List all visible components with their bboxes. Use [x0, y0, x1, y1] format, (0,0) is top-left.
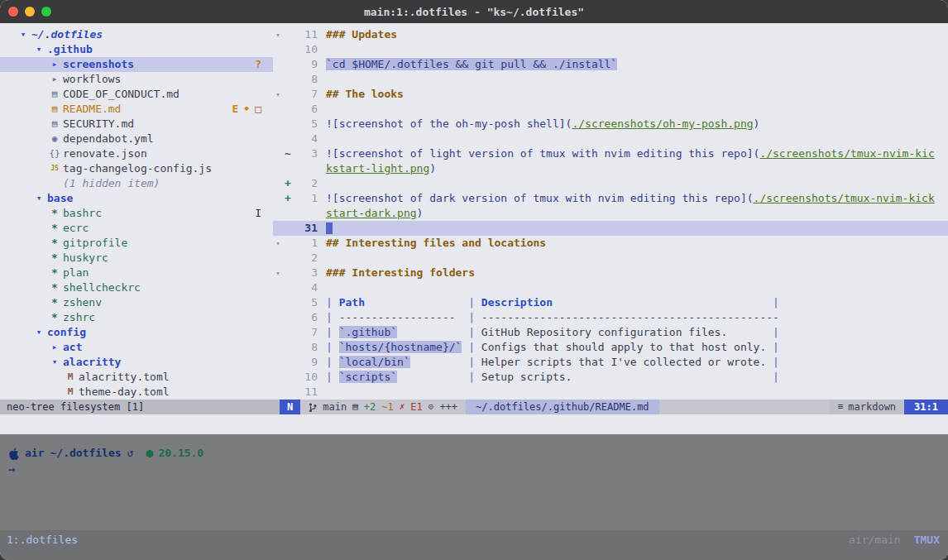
editor-line[interactable]: 9| `local/bin` | Helper scripts that I'v…	[273, 355, 948, 370]
tree-item-gitprofile[interactable]: *gitprofile	[0, 236, 273, 251]
minimize-button[interactable]	[25, 7, 35, 17]
tree-item-shellcheckrc[interactable]: *shellcheckrc	[0, 280, 273, 295]
tree-item-label: act	[63, 340, 82, 355]
line-text: | `scripts` | Setup scripts. |	[318, 370, 779, 385]
editor-line[interactable]: 2	[273, 251, 948, 266]
tree-item-renovate-json[interactable]: {}renovate.json	[0, 146, 273, 161]
tree-item-dependabot-yml[interactable]: ◉dependabot.yml	[0, 132, 273, 146]
window-title: main:1:.dotfiles - "ks~/.dotfiles"	[364, 6, 584, 18]
line-text	[318, 251, 326, 266]
line-segment-code: `scripts`	[339, 371, 397, 383]
badge-diagnostic-error: E	[232, 102, 239, 117]
line-number: 8	[293, 340, 318, 355]
editor-line[interactable]: ▾3### Interesting folders	[273, 266, 948, 280]
line-segment-pipe: |	[468, 296, 481, 309]
editor-line[interactable]: 11	[273, 385, 948, 400]
tree-item-huskyrc[interactable]: *huskyrc	[0, 251, 273, 266]
editor-line[interactable]: 8| `hosts/{hostname}/` | Configs that sh…	[273, 340, 948, 355]
fold-column	[273, 325, 283, 340]
editor-line[interactable]: 5![screenshot of the oh-my-posh shell](.…	[273, 117, 948, 132]
editor-line[interactable]: 10	[273, 42, 948, 57]
fold-column	[273, 161, 283, 176]
editor-line[interactable]: 7| `.github` | GitHub Repository configu…	[273, 325, 948, 340]
line-segment-code: `local/bin`	[339, 356, 410, 368]
braces-icon: {}	[48, 146, 61, 161]
tree-item-tag-changelog-config-js[interactable]: JStag-changelog-config.js	[0, 161, 273, 176]
tree-item-zshrc[interactable]: *zshrc	[0, 310, 273, 325]
tree-item-bashrc[interactable]: *bashrcI	[0, 206, 273, 221]
tree-item-label: SECURITY.md	[63, 117, 134, 132]
line-segment-alt: ![screenshot of dark version of tmux wit…	[326, 192, 754, 204]
editor-line[interactable]: ▾7## The looks	[273, 87, 948, 102]
tree-item-readme-md[interactable]: ▤README.mdE•□	[0, 102, 273, 117]
tree-item-label: bashrc	[63, 206, 102, 221]
line-text: `cd $HOME/.dotfiles && git pull && ./ins…	[318, 57, 617, 72]
chevron-down-icon: ▾	[48, 355, 61, 370]
buffer-icon: ▤	[352, 400, 358, 414]
editor-line[interactable]: 31	[273, 221, 948, 236]
tree-item-code-of-conduct-md[interactable]: ▤CODE_OF_CONDUCT.md	[0, 87, 273, 102]
editor-line[interactable]: 4	[273, 132, 948, 146]
tree-item-theme-day-toml[interactable]: Mtheme-day.toml	[0, 385, 273, 400]
tree-item-alacritty-toml[interactable]: Malacritty.toml	[0, 370, 273, 385]
tree-item-zshenv[interactable]: *zshenv	[0, 295, 273, 310]
tree-item-1-hidden-item[interactable]: (1 hidden item)	[0, 176, 273, 191]
editor-line[interactable]: 10| `scripts` | Setup scripts. |	[273, 370, 948, 385]
tmux-host-session: air/main	[849, 534, 901, 546]
tree-item-alacritty[interactable]: ▾alacritty	[0, 355, 273, 370]
tree-item-label: zshrc	[63, 310, 95, 325]
editor-line[interactable]: 5| Path | Description |	[273, 295, 948, 310]
line-segment-txt	[553, 296, 773, 309]
fold-column	[273, 117, 283, 132]
editor-line[interactable]: ~3![screenshot of light version of tmux …	[273, 146, 948, 161]
tree-item-workflows[interactable]: ▸workflows	[0, 72, 273, 87]
star-icon: *	[48, 206, 61, 221]
editor-line[interactable]: 9`cd $HOME/.dotfiles && git pull && ./in…	[273, 57, 948, 72]
editor-line[interactable]: +1![screenshot of dark version of tmux w…	[273, 191, 948, 206]
gear-icon: ◉	[48, 132, 61, 146]
tree-item-act[interactable]: ▸act	[0, 340, 273, 355]
sign-column	[283, 72, 293, 87]
line-number: 4	[293, 132, 318, 146]
editor-statusline: N main ▤ +2 ~1 ✗ E1 ⊙ +++ ~/.dotfiles/.g…	[280, 400, 948, 414]
line-segment-alt: ![screenshot of the oh-my-posh shell](	[326, 117, 572, 130]
tree-item-config[interactable]: ▾config	[0, 325, 273, 340]
editor-line[interactable]: start-dark.png)	[273, 206, 948, 221]
editor-line[interactable]: 6| ------------------ | ----------------…	[273, 310, 948, 325]
tree-item-dotfiles[interactable]: ▾~/.dotfiles	[0, 27, 273, 42]
tree-item-ecrc[interactable]: *ecrc	[0, 221, 273, 236]
tree-item-label: tag-changelog-config.js	[63, 161, 212, 176]
shell-prompt: air ~/.dotfiles ↺ 20.15.0	[8, 446, 940, 461]
editor-line[interactable]: ▾1## Interesting files and locations	[273, 236, 948, 251]
close-button[interactable]	[8, 7, 18, 17]
editor-line[interactable]: 6	[273, 102, 948, 117]
tree-item-plan[interactable]: *plan	[0, 266, 273, 280]
line-segment-alt: )	[417, 207, 424, 219]
sign-column	[283, 221, 293, 236]
tree-item-screenshots[interactable]: ▸screenshots?	[0, 57, 273, 72]
tree-item-security-md[interactable]: ▤SECURITY.md	[0, 117, 273, 132]
statusline-filepath: ~/.dotfiles/.github/README.md	[466, 400, 659, 414]
doc-icon: ▤	[48, 102, 61, 117]
editor-line[interactable]: kstart-light.png)	[273, 161, 948, 176]
tree-item-label: alacritty	[63, 355, 121, 370]
tree-item-github[interactable]: ▾.github	[0, 42, 273, 57]
line-segment-txt	[397, 326, 468, 338]
line-segment-txt: GitHub Repository configuration files.	[481, 326, 773, 338]
editor-line[interactable]: ▾11### Updates	[273, 27, 948, 42]
line-segment-txt: ----------------------------------------…	[481, 311, 779, 323]
tree-item-label: (1 hidden item)	[63, 176, 160, 191]
mode-indicator: N	[280, 400, 300, 414]
tmux-window-item[interactable]: 1:.dotfiles	[7, 534, 78, 546]
editor-line[interactable]: 8	[273, 72, 948, 87]
editor-line[interactable]: 4	[273, 280, 948, 295]
git-changed-sign-icon: ~	[283, 146, 293, 161]
cursor-block	[326, 223, 333, 234]
zoom-button[interactable]	[41, 7, 51, 17]
tree-item-base[interactable]: ▾base	[0, 191, 273, 206]
line-segment-pipe: |	[468, 326, 481, 338]
doc-icon: ▤	[48, 117, 61, 132]
line-segment-th: Description	[481, 296, 553, 309]
fold-open-icon: ▾	[273, 266, 283, 280]
editor-line[interactable]: +2	[273, 176, 948, 191]
